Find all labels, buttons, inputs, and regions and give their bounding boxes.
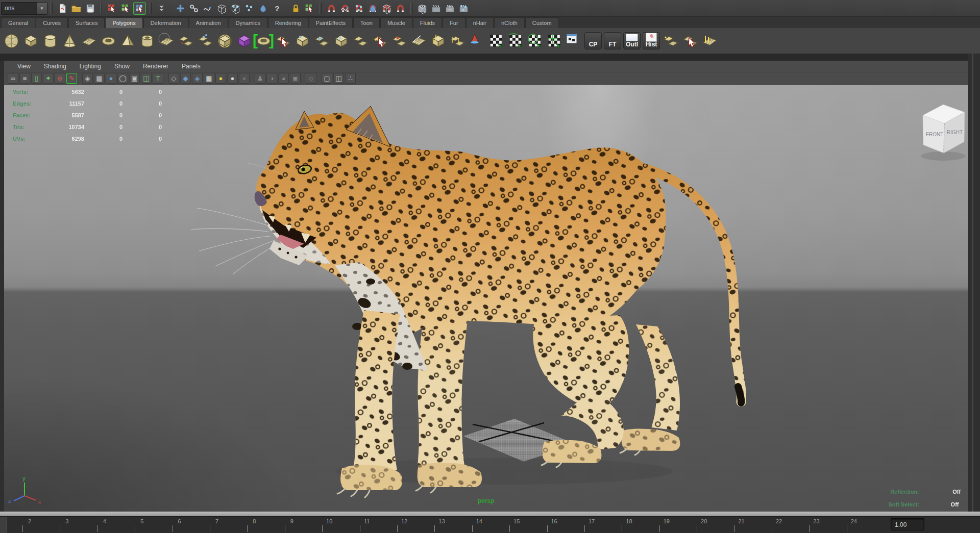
timeline-tick[interactable]: 20 (694, 518, 714, 524)
menu-panels[interactable]: Panels (182, 63, 201, 70)
toolbar-grip[interactable] (149, 3, 152, 14)
timeline-tick[interactable]: 9 (282, 518, 302, 524)
append-to-poly-icon[interactable] (273, 30, 292, 52)
snap-view-plane-icon[interactable] (380, 2, 393, 15)
timeline-tick[interactable]: 17 (581, 518, 602, 524)
timeline-tick[interactable]: 16 (544, 518, 565, 524)
poly-pyramid-icon[interactable] (118, 30, 137, 52)
nex-points-icon[interactable] (661, 30, 680, 52)
tab-dynamics[interactable]: Dynamics (229, 17, 267, 28)
checkered-icon[interactable]: ▦ (204, 73, 214, 84)
timeline-tick[interactable]: 11 (357, 518, 377, 524)
particles-icon[interactable] (243, 2, 256, 15)
tab-fur[interactable]: Fur (443, 17, 465, 28)
timeline-tick[interactable]: 4 (94, 518, 115, 524)
xray-active-icon[interactable]: ◕ (278, 73, 289, 84)
extrude-icon[interactable] (292, 30, 312, 52)
gate-mask-icon[interactable]: ● (106, 73, 116, 84)
tab-surfaces[interactable]: Surfaces (68, 17, 105, 28)
tab-animation[interactable]: Animation (189, 17, 228, 28)
viewport-3d[interactable]: FRONT RIGHT y z x Verts: 5632 0 0 E (4, 85, 968, 512)
timeline-tick[interactable]: 23 (806, 518, 826, 524)
panel-layout-icon[interactable]: ◫ (333, 73, 344, 84)
move-tool-icon[interactable] (174, 2, 187, 15)
help-icon[interactable] (271, 2, 283, 15)
ipr-render-icon[interactable] (444, 2, 456, 15)
view-cube[interactable]: FRONT RIGHT (921, 105, 966, 161)
tab-muscle[interactable]: Muscle (380, 17, 412, 28)
snap-projected-center-icon[interactable] (366, 2, 379, 15)
time-slider[interactable]: 23456789101112131415161718192021222324 1… (0, 517, 980, 533)
toolbar-grip[interactable] (410, 3, 413, 14)
share-view-icon[interactable]: ∴ (345, 73, 356, 84)
booleans-icon[interactable] (215, 30, 234, 52)
field-chart-icon[interactable]: ◯ (117, 73, 128, 84)
tab-curves[interactable]: Curves (36, 17, 68, 28)
ik-handle-icon[interactable] (188, 2, 201, 15)
highlight-selection-icon[interactable] (303, 2, 316, 15)
scene-shapes-icon[interactable]: ▢ (322, 73, 332, 84)
select-camera-icon[interactable]: ∞ (8, 73, 18, 84)
shaded-icon[interactable]: ◆ (180, 73, 191, 84)
poly-torus-icon[interactable] (99, 30, 118, 52)
spherical-mapping-icon[interactable] (525, 30, 545, 52)
use-all-lights-icon[interactable]: ● (215, 73, 226, 84)
timeline-tick[interactable]: 10 (319, 518, 339, 524)
film-gate-icon[interactable]: ◈ (82, 73, 93, 84)
uv-editor-icon[interactable] (564, 30, 583, 52)
timeline-tick[interactable]: 14 (469, 518, 489, 524)
timeline-tick[interactable]: 7 (207, 518, 227, 524)
image-plane-icon[interactable]: ✦ (43, 73, 54, 84)
chevron-down-icon[interactable]: ▼ (36, 3, 47, 14)
curve-snap-icon[interactable] (202, 2, 214, 15)
history-button[interactable]: ✎Hist (643, 32, 660, 49)
snap-point-icon[interactable] (353, 2, 365, 15)
tab-custom[interactable]: Custom (525, 17, 559, 28)
scene-jaguar-model[interactable]: FRONT RIGHT y z x (4, 85, 968, 512)
planar-mapping-icon[interactable] (486, 30, 506, 52)
timeline-tick[interactable]: 5 (132, 518, 152, 524)
offset-edge-loop-icon[interactable] (448, 30, 467, 52)
select-hierarchy-icon[interactable] (106, 2, 118, 15)
poly-cone-icon[interactable] (60, 30, 79, 52)
xray-joints-icon[interactable]: ◑ (266, 73, 277, 84)
snap-curve-icon[interactable] (339, 2, 352, 15)
timeline-tick[interactable]: 2 (19, 518, 40, 524)
tab-polygons[interactable]: Polygons (105, 17, 142, 28)
menu-renderer[interactable]: Renderer (143, 63, 168, 70)
bevel-icon[interactable] (331, 30, 351, 52)
tab-toon[interactable]: Toon (353, 17, 380, 28)
panel-bottom-edge[interactable] (0, 512, 980, 517)
poly-plane-icon[interactable] (79, 30, 99, 52)
cut-faces-icon[interactable] (409, 30, 428, 52)
poly-cube-icon[interactable] (21, 30, 40, 52)
xray-icon[interactable]: ♟ (255, 73, 265, 84)
hud-text-icon[interactable]: T (153, 73, 163, 84)
nex-stripes-icon[interactable] (700, 30, 719, 52)
render-settings-icon[interactable] (457, 2, 470, 15)
automatic-mapping-icon[interactable] (545, 30, 564, 52)
poly-pipe-icon[interactable] (137, 30, 157, 52)
ft-button[interactable]: FT (604, 32, 621, 49)
menu-shading[interactable]: Shading (44, 63, 66, 70)
menu-lighting[interactable]: Lighting (80, 63, 101, 70)
plugin-shading-icon[interactable]: ◙ (290, 73, 301, 84)
shadows-icon[interactable]: ● (227, 73, 238, 84)
smooth-icon[interactable] (254, 30, 273, 52)
ambient-occlusion-icon[interactable]: ● (239, 73, 250, 84)
2d-pan-zoom-icon[interactable]: ⊕ (55, 73, 65, 84)
right-gutter[interactable] (968, 54, 980, 512)
camera-attributes-icon[interactable]: ≡ (19, 73, 30, 84)
open-scene-icon[interactable] (70, 2, 83, 15)
combine-icon[interactable] (176, 30, 195, 52)
menu-show[interactable]: Show (114, 63, 130, 70)
toolbar-grip[interactable] (100, 3, 103, 14)
nex-drag-icon[interactable] (680, 30, 700, 52)
timeline-tick[interactable]: 8 (244, 518, 264, 524)
bridge-icon[interactable] (312, 30, 331, 52)
tab-deformation[interactable]: Deformation (143, 17, 188, 28)
tab-ncloth[interactable]: nCloth (494, 17, 525, 28)
timeline-tick[interactable]: 18 (619, 518, 639, 524)
cluster-icon[interactable] (229, 2, 242, 15)
timeline-tick[interactable]: 13 (431, 518, 452, 524)
